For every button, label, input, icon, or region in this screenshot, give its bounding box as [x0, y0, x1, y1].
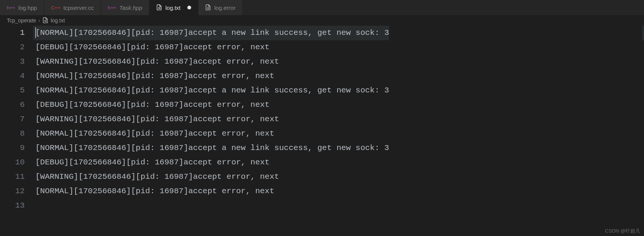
- code-editor[interactable]: 12345678910111213 [NORMAL][1702566846][p…: [0, 26, 644, 213]
- editor-tabs: h++log.hppC++tcpserver.cch++Task.hpplog.…: [0, 0, 644, 15]
- tab-log-hpp[interactable]: h++log.hpp: [0, 0, 44, 15]
- code-line[interactable]: [NORMAL][1702566846][pid: 16987]accept a…: [35, 83, 389, 98]
- file-ext-label: h++: [7, 5, 15, 11]
- breadcrumb-file: log.txt: [51, 17, 65, 23]
- code-line[interactable]: [NORMAL][1702566846][pid: 16987]accept a…: [35, 26, 389, 40]
- line-number: 4: [15, 69, 25, 83]
- breadcrumb[interactable]: Tcp_operate › log.txt: [0, 15, 644, 26]
- file-icon: [205, 4, 211, 11]
- tab-label: log.txt: [165, 5, 181, 11]
- tab-label: tcpserver.cc: [63, 5, 94, 11]
- line-number: 11: [15, 170, 25, 184]
- line-number: 7: [15, 112, 25, 127]
- watermark: CSDN @叶超凡: [605, 228, 640, 234]
- code-line[interactable]: [DEBUG][1702566846][pid: 16987]accept er…: [35, 98, 389, 112]
- line-number-gutter: 12345678910111213: [0, 26, 35, 213]
- code-line[interactable]: [WARNING][1702566846][pid: 16987]accept …: [35, 55, 389, 69]
- code-line[interactable]: [35, 198, 389, 213]
- code-line[interactable]: [DEBUG][1702566846][pid: 16987]accept er…: [35, 40, 389, 55]
- breadcrumb-separator: ›: [38, 17, 40, 23]
- line-number: 8: [15, 127, 25, 141]
- line-number: 10: [15, 155, 25, 170]
- line-number: 2: [15, 40, 25, 55]
- tab-tcpserver-cc[interactable]: C++tcpserver.cc: [44, 0, 101, 15]
- line-number: 12: [15, 184, 25, 198]
- line-number: 5: [15, 83, 25, 98]
- code-line[interactable]: [NORMAL][1702566846][pid: 16987]accept e…: [35, 127, 389, 141]
- tab-label: Task.hpp: [119, 5, 142, 11]
- tab-log-txt[interactable]: log.txt: [149, 0, 198, 15]
- line-number: 9: [15, 141, 25, 155]
- tab-label: log.error: [214, 5, 236, 11]
- line-number: 1: [15, 26, 25, 40]
- code-line[interactable]: [WARNING][1702566846][pid: 16987]accept …: [35, 170, 389, 184]
- file-icon: [156, 4, 162, 11]
- text-cursor: [35, 27, 36, 38]
- code-line[interactable]: [DEBUG][1702566846][pid: 16987]accept er…: [35, 155, 389, 170]
- code-content[interactable]: [NORMAL][1702566846][pid: 16987]accept a…: [35, 26, 389, 213]
- code-line[interactable]: [NORMAL][1702566846][pid: 16987]accept e…: [35, 69, 389, 83]
- line-number: 6: [15, 98, 25, 112]
- code-line[interactable]: [NORMAL][1702566846][pid: 16987]accept e…: [35, 184, 389, 198]
- dirty-indicator-icon: [187, 6, 191, 9]
- tab-log-error[interactable]: log.error: [198, 0, 243, 15]
- line-number: 3: [15, 55, 25, 69]
- file-icon: [42, 17, 49, 24]
- tab-label: log.hpp: [18, 5, 37, 11]
- file-ext-label: C++: [51, 5, 61, 11]
- code-line[interactable]: [NORMAL][1702566846][pid: 16987]accept a…: [35, 141, 389, 155]
- line-number: 13: [15, 198, 25, 213]
- tab-Task-hpp[interactable]: h++Task.hpp: [101, 0, 149, 15]
- breadcrumb-folder: Tcp_operate: [7, 17, 36, 23]
- code-line[interactable]: [WARNING][1702566846][pid: 16987]accept …: [35, 112, 389, 127]
- file-ext-label: h++: [108, 5, 116, 11]
